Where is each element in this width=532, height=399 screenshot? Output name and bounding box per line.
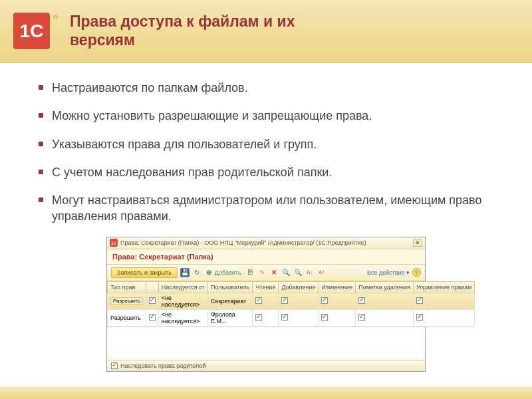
- search-icon[interactable]: 🔍: [281, 268, 291, 277]
- checkbox[interactable]: [416, 314, 423, 321]
- col-read[interactable]: Чтение: [253, 281, 279, 293]
- table-row[interactable]: Разрешить<не наследуется>Фролова Е.М...: [108, 309, 475, 326]
- edit-icon[interactable]: ✎: [257, 268, 267, 277]
- permissions-table: Тип прав Наследуется от Пользователь Чте…: [107, 281, 475, 327]
- col-add[interactable]: Добавление: [279, 281, 319, 293]
- logo-text: 1C: [20, 21, 44, 42]
- checkbox[interactable]: [149, 314, 156, 321]
- checkbox[interactable]: [255, 297, 262, 304]
- window-subtitle: Права: Секретариат (Папка): [107, 249, 425, 265]
- app-icon: 1c: [110, 239, 118, 247]
- checkbox[interactable]: [149, 297, 156, 304]
- save-icon[interactable]: 💾: [180, 268, 190, 277]
- help-icon[interactable]: ?: [412, 268, 421, 277]
- table-row[interactable]: Разрешить<не наследуется>Секретариат: [108, 293, 475, 309]
- slide-title: Права доступа к файлам и их версиям: [70, 13, 309, 49]
- slide-content: Настраиваются по папкам файлов. Можно ус…: [0, 63, 532, 372]
- bullet-item: Указываются права для пользователей и гр…: [33, 136, 499, 152]
- type-tag: Разрешить: [110, 297, 143, 305]
- add-icon[interactable]: ⊕: [204, 268, 213, 277]
- checkbox[interactable]: [321, 314, 328, 321]
- checkbox[interactable]: [321, 297, 328, 304]
- sort-desc-icon[interactable]: A↑: [317, 268, 327, 277]
- col-inherit-chk[interactable]: [146, 281, 158, 293]
- logo-1c: 1C ®: [13, 13, 50, 49]
- delete-icon[interactable]: ✕: [269, 268, 279, 277]
- app-window: 1c Права: Секретариат (Папка) - ООО НПЦ …: [106, 237, 426, 372]
- bullet-item: Можно установить разрешающие и запрещающ…: [33, 108, 499, 124]
- logo-registered: ®: [53, 14, 58, 21]
- bullet-item: С учетом наследования прав родительской …: [33, 164, 499, 180]
- checkbox[interactable]: [358, 297, 365, 304]
- col-user[interactable]: Пользователь: [207, 281, 252, 293]
- inherit-parent-checkbox[interactable]: [111, 362, 118, 369]
- table-empty-area: [107, 327, 425, 360]
- copy-icon[interactable]: 🖹: [245, 268, 255, 277]
- col-del[interactable]: Пометка удаления: [356, 281, 414, 293]
- col-edit[interactable]: Изменение: [319, 281, 356, 293]
- inherit-parent-label: Наследовать права родителей: [120, 362, 205, 369]
- slide-header: 1C ® Права доступа к файлам и их версиям: [0, 0, 532, 63]
- window-footer: Наследовать права родителей: [107, 360, 425, 371]
- window-titlebar: 1c Права: Секретариат (Папка) - ООО НПЦ …: [107, 237, 425, 249]
- close-button[interactable]: ×: [413, 239, 422, 247]
- titlebar-text: Права: Секретариат (Папка) - ООО НПЦ "Ме…: [120, 239, 413, 246]
- toolbar: Записать и закрыть 💾 ↻ ⊕ Добавить 🖹 ✎ ✕ …: [107, 265, 425, 281]
- slide-footer-bar: [0, 387, 532, 399]
- all-actions-button[interactable]: Все действия ▾: [367, 269, 410, 276]
- sort-asc-icon[interactable]: A↓: [305, 268, 315, 277]
- checkbox[interactable]: [255, 314, 262, 321]
- save-close-button[interactable]: Записать и закрыть: [111, 267, 178, 278]
- checkbox[interactable]: [416, 297, 423, 304]
- col-manage[interactable]: Управление правам: [413, 281, 474, 293]
- table-header-row: Тип прав Наследуется от Пользователь Чте…: [108, 281, 475, 293]
- add-button[interactable]: Добавить: [215, 269, 241, 276]
- checkbox[interactable]: [358, 314, 365, 321]
- bullet-list: Настраиваются по папкам файлов. Можно ус…: [33, 80, 499, 225]
- checkbox[interactable]: [281, 314, 288, 321]
- col-inherit-from[interactable]: Наследуется от: [158, 281, 207, 293]
- refresh-icon[interactable]: ↻: [192, 268, 201, 277]
- checkbox[interactable]: [281, 297, 288, 304]
- search-clear-icon[interactable]: 🔍: [293, 268, 303, 277]
- col-type[interactable]: Тип прав: [108, 281, 146, 293]
- bullet-item: Могут настраиваться администратором или …: [33, 192, 499, 225]
- bullet-item: Настраиваются по папкам файлов.: [33, 80, 499, 96]
